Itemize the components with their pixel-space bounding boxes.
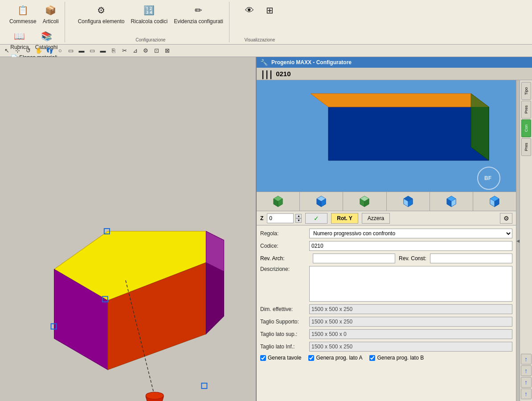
codice-row: Codice:	[257, 240, 516, 252]
visualizzazione-group-label: Visualizzazione	[245, 37, 275, 42]
rev-const-input[interactable]	[430, 254, 512, 263]
cube-back-icon	[401, 194, 415, 209]
tool-copy[interactable]: ⎘	[109, 46, 119, 56]
form-section: Regola: Numero progressivo con confronto…	[257, 225, 516, 401]
tool-footprint[interactable]: 👣	[45, 46, 54, 56]
taglio-lato-inf-label: Taglio lato Inf.:	[260, 344, 309, 350]
genera-tavole-checkbox-item[interactable]: Genera tavole	[260, 355, 301, 361]
azzera-button[interactable]: Azzera	[362, 213, 390, 224]
regola-row: Regola: Numero progressivo con confronto	[257, 227, 516, 240]
checkboxes-row: Genera tavole Genera prog. lato A Genera…	[257, 353, 516, 363]
evidenzia-configurati-button[interactable]: ✏ Evidenzia configurati	[172, 2, 225, 26]
view-back-button[interactable]	[387, 192, 430, 211]
regola-select[interactable]: Numero progressivo con confronto	[309, 229, 512, 238]
cataloghi-icon: 📚	[39, 29, 53, 43]
genera-prog-b-checkbox-item[interactable]: Genera prog. lato B	[369, 355, 424, 361]
tool-extra2[interactable]: ⊠	[162, 46, 172, 56]
svg-text:BF: BF	[484, 175, 491, 181]
svg-marker-17	[311, 94, 489, 107]
z-spin-up[interactable]: ▲	[295, 214, 302, 218]
dim-effettive-row: Dim. effettive:	[257, 303, 516, 315]
main-toolbar: 📋 Commesse 📦 Articoli 📖 Rubrica 📚 Catalo…	[0, 0, 532, 45]
tool-pan[interactable]: ✋	[34, 46, 44, 56]
tool-circle[interactable]: ○	[55, 46, 65, 56]
config-title-icon: 🔧	[260, 59, 268, 66]
regola-label: Regola:	[260, 230, 309, 237]
tool-extra1[interactable]: ⊡	[151, 46, 161, 56]
tool-clip[interactable]: ✂	[119, 46, 129, 56]
codice-input[interactable]	[309, 241, 512, 251]
arrow-up-2[interactable]: ↑	[521, 365, 532, 376]
commesse-label: Commesse	[9, 18, 37, 25]
selezione-button[interactable]: ⊞	[261, 2, 279, 19]
z-input[interactable]	[267, 213, 294, 223]
visualizzazione-group: 👁 ⊞ Visualizzazione	[237, 2, 283, 42]
genera-prog-a-checkbox-item[interactable]: Genera prog. lato A	[308, 355, 362, 361]
view-controls	[257, 192, 516, 211]
pres-button-2[interactable]: Pres	[521, 138, 531, 156]
ricalcola-codici-button[interactable]: 🔢 Ricalcola codici	[128, 2, 170, 26]
ricalcola-icon: 🔢	[142, 3, 156, 17]
tool-settings[interactable]: ⚙	[141, 46, 151, 56]
genera-prog-a-checkbox[interactable]	[308, 355, 314, 361]
dim-effettive-input	[309, 304, 512, 314]
view-iso-button[interactable]	[257, 192, 300, 211]
tool-filter[interactable]: ⊿	[130, 46, 140, 56]
workspace-panel	[0, 57, 256, 401]
view-front-button[interactable]	[300, 192, 343, 211]
z-spin-down[interactable]: ▼	[295, 218, 302, 223]
genera-prog-a-label: Genera prog. lato A	[316, 355, 362, 361]
descrizione-textarea[interactable]	[309, 266, 512, 302]
con-button[interactable]: Con	[521, 119, 531, 137]
genera-prog-b-label: Genera prog. lato B	[377, 355, 424, 361]
articoli-icon: 📦	[44, 3, 58, 17]
cube-top-icon	[357, 194, 372, 209]
confirm-button[interactable]: ✓	[305, 213, 327, 224]
commesse-button[interactable]: 📋 Commesse	[7, 2, 39, 26]
secondary-toolbar: ↖ ⊹ ↺ ✋ 👣 ○ ▭ ▬ ▭ ▬ ⎘ ✂ ⊿ ⚙ ⊡ ⊠	[0, 45, 532, 57]
commesse-icon: 📋	[16, 3, 30, 17]
configura-label: Configura elemento	[78, 18, 125, 25]
anagrafiche-top-row: 📋 Commesse 📦 Articoli	[7, 2, 61, 26]
cube-left-icon	[444, 194, 458, 209]
svg-point-8	[146, 392, 164, 399]
arrow-up-1[interactable]: ↑	[521, 354, 532, 364]
workspace-canvas[interactable]	[0, 57, 256, 401]
tool-rect3[interactable]: ▭	[87, 46, 97, 56]
collapse-arrow[interactable]: ◀	[516, 80, 520, 401]
arrow-up-4[interactable]: ↑	[521, 389, 532, 399]
tool-rotate[interactable]: ↺	[23, 46, 33, 56]
tool-rect2[interactable]: ▬	[77, 46, 86, 56]
rev-row: Rev. Arch: Rev. Const:	[257, 252, 516, 265]
barcode-icon: |||	[260, 69, 272, 79]
tool-rect1[interactable]: ▭	[66, 46, 76, 56]
articoli-label: Articoli	[43, 18, 59, 25]
sel-icon: ⊞	[263, 3, 277, 17]
config-titlebar: 🔧 Progenio MAXX - Configuratore	[257, 57, 532, 68]
genera-tavole-label: Genera tavole	[268, 355, 301, 361]
z-label: Z	[260, 215, 263, 221]
preview-svg: BF	[257, 80, 516, 192]
configura-elemento-button[interactable]: ⚙ Configura elemento	[76, 2, 127, 26]
genera-tavole-checkbox[interactable]	[260, 355, 266, 361]
configurazione-row: ⚙ Configura elemento 🔢 Ricalcola codici …	[76, 2, 225, 26]
visualizzazione-button[interactable]: 👁	[240, 2, 259, 19]
rot-y-button[interactable]: Rot. Y	[331, 213, 358, 224]
config-body: BF	[257, 80, 532, 401]
config-sidebar: Tipo Pres Con Pres ↑ ↑ ↑ ↑	[520, 80, 532, 401]
tool-cursor[interactable]: ↖	[2, 46, 12, 56]
view-right-button[interactable]	[473, 192, 516, 211]
tool-rect4[interactable]: ▬	[98, 46, 108, 56]
settings-button[interactable]: ⚙	[500, 213, 512, 224]
tool-select[interactable]: ⊹	[12, 46, 22, 56]
tipo-button[interactable]: Tipo	[521, 82, 531, 100]
articoli-button[interactable]: 📦 Articoli	[41, 2, 61, 26]
pres-button-1[interactable]: Pres	[521, 101, 531, 119]
cube-iso-icon	[271, 194, 285, 209]
preview-3d: BF	[257, 80, 516, 192]
view-top-button[interactable]	[343, 192, 386, 211]
genera-prog-b-checkbox[interactable]	[369, 355, 375, 361]
rev-arch-input[interactable]	[313, 254, 395, 263]
view-left-button[interactable]	[430, 192, 473, 211]
arrow-up-3[interactable]: ↑	[521, 377, 532, 388]
